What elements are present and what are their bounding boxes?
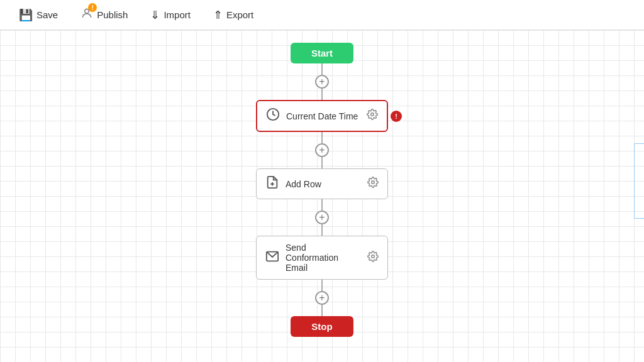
save-button[interactable]: 💾 Save — [10, 4, 67, 26]
export-button[interactable]: ⇑ Export — [204, 4, 262, 26]
connector-line — [321, 224, 323, 236]
export-label: Export — [226, 9, 253, 20]
connector-1: + — [315, 63, 329, 100]
right-panel-hint — [634, 143, 644, 219]
svg-point-7 — [372, 255, 375, 258]
connector-line — [321, 63, 323, 75]
error-badge: ! — [391, 111, 402, 122]
flow-canvas: Start + Current Date Time — [0, 30, 644, 362]
export-icon: ⇑ — [213, 8, 223, 22]
current-date-time-settings-icon[interactable] — [367, 109, 378, 123]
current-date-time-node[interactable]: Current Date Time ! — [256, 100, 388, 132]
add-node-button-3[interactable]: + — [315, 211, 329, 224]
send-email-settings-icon[interactable] — [367, 251, 379, 265]
import-icon: ⇓ — [150, 8, 160, 22]
start-label: Start — [311, 48, 333, 58]
connector-3: + — [315, 199, 329, 236]
save-label: Save — [36, 9, 58, 20]
connector-line — [321, 157, 323, 168]
stop-label: Stop — [311, 321, 332, 332]
publish-label: Publish — [97, 9, 128, 20]
connector-2: + — [315, 132, 329, 168]
add-row-label: Add Row — [286, 179, 361, 189]
publish-button[interactable]: ! Publish — [72, 3, 136, 26]
add-node-button-1[interactable]: + — [315, 75, 329, 89]
flow-container: Start + Current Date Time — [228, 43, 416, 337]
svg-point-5 — [372, 181, 375, 184]
toolbar: 💾 Save ! Publish ⇓ Import ⇑ Export — [0, 0, 644, 30]
connector-line — [321, 132, 323, 143]
publish-warning-wrapper: ! — [80, 7, 93, 23]
connector-4: + — [315, 280, 329, 316]
start-node[interactable]: Start — [291, 43, 353, 63]
send-email-label: Send Conformation Email — [286, 243, 361, 273]
send-email-node[interactable]: Send Conformation Email — [256, 236, 388, 280]
connector-line — [321, 280, 323, 291]
clock-icon — [266, 107, 280, 124]
add-node-button-4[interactable]: + — [315, 291, 329, 305]
import-button[interactable]: ⇓ Import — [142, 4, 199, 26]
connector-line — [321, 305, 323, 316]
connector-line — [321, 89, 323, 100]
svg-point-2 — [371, 113, 374, 116]
publish-warning-badge: ! — [88, 3, 97, 12]
email-icon — [265, 250, 279, 266]
import-label: Import — [164, 9, 191, 20]
document-icon — [265, 175, 279, 192]
stop-node[interactable]: Stop — [291, 316, 353, 337]
current-date-time-wrapper: Current Date Time ! — [256, 100, 388, 132]
save-icon: 💾 — [19, 8, 33, 22]
add-node-button-2[interactable]: + — [315, 143, 329, 157]
add-row-node[interactable]: Add Row — [256, 168, 388, 199]
add-row-settings-icon[interactable] — [367, 177, 379, 191]
connector-line — [321, 199, 323, 211]
current-date-time-label: Current Date Time — [286, 111, 360, 121]
